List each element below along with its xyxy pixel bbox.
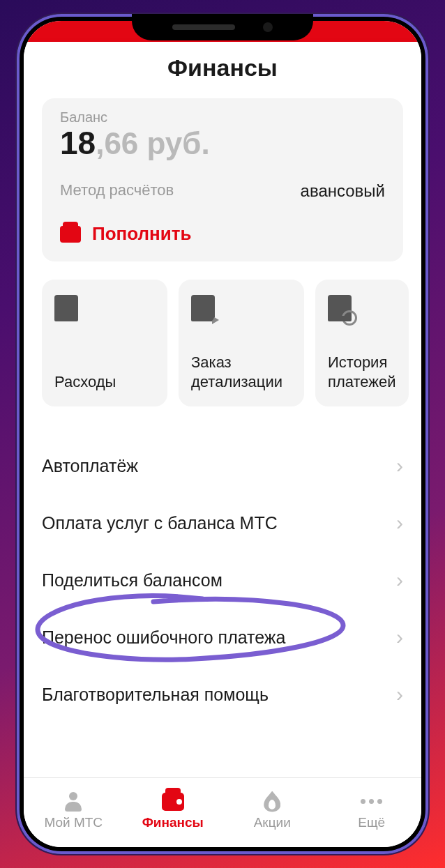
tile-order-detail[interactable]: Заказ детализации xyxy=(179,280,304,406)
balance-card: Баланс 18,66 руб. Метод расчётов авансов… xyxy=(42,98,403,261)
tab-label: Акции xyxy=(254,815,291,830)
chevron-right-icon: › xyxy=(396,625,403,649)
more-icon xyxy=(361,791,383,812)
chevron-right-icon: › xyxy=(396,454,403,478)
link-label: Перенос ошибочного платежа xyxy=(42,627,286,648)
balance-fraction: ,66 руб. xyxy=(96,126,210,160)
app-screen: Финансы Баланс 18,66 руб. Метод расчётов… xyxy=(24,21,421,847)
tab-more[interactable]: Ещё xyxy=(322,791,422,830)
shortcut-tiles[interactable]: Расходы Заказ детализации История платеж… xyxy=(42,280,403,406)
tab-label: Ещё xyxy=(358,815,385,830)
chevron-right-icon: › xyxy=(396,511,403,535)
tile-expenses[interactable]: Расходы xyxy=(42,280,167,406)
payment-method-row: Метод расчётов авансовый xyxy=(60,181,385,201)
link-label: Благотворительная помощь xyxy=(42,685,269,705)
content-area[interactable]: Баланс 18,66 руб. Метод расчётов авансов… xyxy=(24,96,421,777)
link-pay-from-balance[interactable]: Оплата услуг с баланса МТС › xyxy=(42,494,403,551)
chevron-right-icon: › xyxy=(396,568,403,592)
tile-label: Расходы xyxy=(54,372,155,392)
profile-icon xyxy=(62,791,84,812)
tile-history[interactable]: История платежей xyxy=(315,280,409,406)
link-share-balance[interactable]: Поделиться балансом › xyxy=(42,551,403,609)
link-label: Оплата услуг с баланса МТС xyxy=(42,513,278,533)
receipt-clock-icon xyxy=(328,295,352,321)
receipt-share-icon xyxy=(191,295,215,321)
bottom-tab-bar: Мой МТС Финансы Акции Ещё xyxy=(24,777,421,847)
link-label: Поделиться балансом xyxy=(42,570,222,591)
payment-method-value: авансовый xyxy=(301,181,385,201)
link-label: Автоплатёж xyxy=(42,456,138,476)
tab-promo[interactable]: Акции xyxy=(222,791,322,830)
app-header: Финансы xyxy=(24,42,421,96)
link-autopay[interactable]: Автоплатёж › xyxy=(42,437,403,494)
phone-mockup: Финансы Баланс 18,66 руб. Метод расчётов… xyxy=(17,14,428,854)
highlighted-row: Перенос ошибочного платежа › xyxy=(42,609,403,666)
link-charity[interactable]: Благотворительная помощь › xyxy=(42,666,403,723)
topup-label: Пополнить xyxy=(92,223,191,245)
link-transfer-wrong-payment[interactable]: Перенос ошибочного платежа › xyxy=(42,609,403,666)
link-list: Автоплатёж › Оплата услуг с баланса МТС … xyxy=(42,437,403,723)
tab-my-mts[interactable]: Мой МТС xyxy=(24,791,123,830)
balance-amount: 18,66 руб. xyxy=(60,124,385,162)
tab-finances[interactable]: Финансы xyxy=(123,791,223,830)
tile-label: Заказ детализации xyxy=(191,353,292,391)
tab-label: Мой МТС xyxy=(44,815,103,830)
receipt-icon xyxy=(54,295,78,321)
flame-icon xyxy=(261,791,283,812)
wallet-icon xyxy=(60,226,81,243)
balance-label: Баланс xyxy=(60,109,385,125)
tile-label: История платежей xyxy=(328,353,396,391)
chevron-right-icon: › xyxy=(396,683,403,706)
phone-notch xyxy=(132,14,313,40)
page-title: Финансы xyxy=(24,54,421,82)
wallet-icon xyxy=(162,791,184,812)
balance-whole: 18 xyxy=(60,125,96,161)
payment-method-label: Метод расчётов xyxy=(60,181,174,201)
topup-button[interactable]: Пополнить xyxy=(60,223,385,245)
tab-label: Финансы xyxy=(142,815,204,830)
